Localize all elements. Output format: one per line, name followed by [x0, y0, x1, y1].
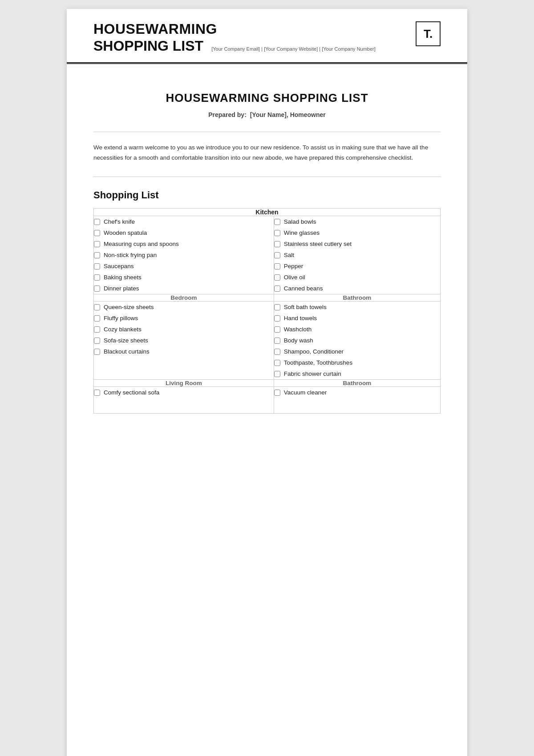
header-subtitle-line: SHOPPING LIST [Your Company Email] | [Yo… — [93, 38, 376, 54]
header: HOUSEWARMING SHOPPING LIST [Your Company… — [67, 9, 467, 64]
item-label: Wine glasses — [284, 229, 320, 236]
bathroom2-header-label: Bathroom — [343, 380, 372, 386]
item-label: Stainless steel cutlery set — [284, 241, 352, 247]
list-item: Dinner plates — [94, 283, 274, 294]
item-label: Hand towels — [284, 315, 317, 322]
checkbox-icon[interactable] — [274, 304, 280, 310]
item-label: Vacuum cleaner — [284, 389, 327, 396]
item-label: Washcloth — [284, 326, 312, 333]
item-label: Comfy sectional sofa — [104, 389, 159, 396]
list-item: Non-stick frying pan — [94, 249, 274, 261]
list-item: Wooden spatula — [94, 227, 274, 238]
checkbox-icon[interactable] — [94, 263, 100, 269]
list-item: Body wash — [274, 335, 440, 346]
list-item: Vacuum cleaner — [274, 387, 440, 398]
list-item: Stainless steel cutlery set — [274, 238, 440, 249]
item-label: Baking sheets — [104, 274, 142, 281]
checkbox-icon[interactable] — [94, 252, 100, 258]
item-label: Shampoo, Conditioner — [284, 348, 344, 355]
bedroom-header-cell: Bedroom — [94, 294, 274, 302]
list-item: Baking sheets — [94, 272, 274, 283]
bathroom-header-cell: Bathroom — [274, 294, 440, 302]
header-title-line2: SHOPPING LIST — [93, 38, 203, 54]
bathroom-items: Soft bath towels Hand towels Washcloth B… — [274, 302, 440, 380]
bedroom-header-label: Bedroom — [170, 294, 197, 301]
bedroom-items: Queen-size sheets Fluffy pillows Cozy bl… — [94, 302, 274, 380]
item-label: Salt — [284, 252, 294, 258]
list-item: Fabric shower curtain — [274, 368, 440, 379]
list-item: Soft bath towels — [274, 302, 440, 313]
checkbox-icon[interactable] — [94, 315, 100, 322]
kitchen-left-items: Chef's knife Wooden spatula Measuring cu… — [94, 216, 274, 294]
checkbox-icon[interactable] — [274, 390, 280, 396]
checkbox-icon[interactable] — [274, 274, 280, 281]
list-item: Chef's knife — [94, 216, 274, 227]
checkbox-icon[interactable] — [94, 390, 100, 396]
checkbox-icon[interactable] — [94, 286, 100, 292]
list-item: Hand towels — [274, 313, 440, 324]
kitchen-header-cell: Kitchen — [94, 209, 441, 216]
checkbox-icon[interactable] — [274, 230, 280, 236]
checkbox-icon[interactable] — [274, 219, 280, 225]
checkbox-icon[interactable] — [274, 263, 280, 269]
list-item: Salad bowls — [274, 216, 440, 227]
list-item: Canned beans — [274, 283, 440, 294]
checkbox-icon[interactable] — [94, 349, 100, 355]
checkbox-icon[interactable] — [94, 230, 100, 236]
livingroom-bathroom-items-row: Comfy sectional sofa Vacuum cleaner — [94, 387, 441, 414]
item-label: Saucepans — [104, 263, 134, 269]
list-item: Measuring cups and spoons — [94, 238, 274, 249]
kitchen-items-row: Chef's knife Wooden spatula Measuring cu… — [94, 216, 441, 294]
bathroom2-header-cell: Bathroom — [274, 380, 440, 387]
item-label: Non-stick frying pan — [104, 252, 157, 258]
kitchen-right-items: Salad bowls Wine glasses Stainless steel… — [274, 216, 440, 294]
livingroom-items: Comfy sectional sofa — [94, 387, 274, 414]
item-label: Salad bowls — [284, 218, 316, 225]
page: HOUSEWARMING SHOPPING LIST [Your Company… — [67, 9, 467, 756]
intro-text: We extend a warm welcome to you as we in… — [93, 143, 441, 163]
main-content: HOUSEWARMING SHOPPING LIST Prepared by: … — [67, 64, 467, 431]
list-item: Sofa-size sheets — [94, 335, 274, 346]
checkbox-icon[interactable] — [274, 286, 280, 292]
checkbox-icon[interactable] — [94, 274, 100, 281]
livingroom-bathroom-header-row: Living Room Bathroom — [94, 380, 441, 387]
list-item: Olive oil — [274, 272, 440, 283]
checkbox-icon[interactable] — [274, 349, 280, 355]
list-item: Shampoo, Conditioner — [274, 346, 440, 357]
checkbox-icon[interactable] — [94, 304, 100, 310]
checkbox-icon[interactable] — [94, 338, 100, 344]
logo-box: T. — [416, 21, 441, 46]
checkbox-icon[interactable] — [274, 252, 280, 258]
prepared-label: Prepared by: — [208, 111, 247, 118]
list-item: Fluffy pillows — [94, 313, 274, 324]
header-contact-info: [Your Company Email] | [Your Company Web… — [211, 46, 376, 52]
bedroom-bathroom-header-row: Bedroom Bathroom — [94, 294, 441, 302]
bedroom-bathroom-items-row: Queen-size sheets Fluffy pillows Cozy bl… — [94, 302, 441, 380]
item-label: Canned beans — [284, 285, 323, 292]
item-label: Olive oil — [284, 274, 305, 281]
item-label: Soft bath towels — [284, 304, 327, 310]
checkbox-icon[interactable] — [274, 326, 280, 333]
checkbox-icon[interactable] — [274, 360, 280, 366]
item-label: Chef's knife — [104, 218, 135, 225]
list-item: Comfy sectional sofa — [94, 387, 274, 398]
prepared-name: [Your Name], Homeowner — [250, 111, 326, 118]
item-label: Wooden spatula — [104, 229, 147, 236]
list-item: Wine glasses — [274, 227, 440, 238]
list-item: Saucepans — [94, 261, 274, 272]
item-label: Pepper — [284, 263, 303, 269]
bathroom-header-label: Bathroom — [343, 294, 372, 301]
checkbox-icon[interactable] — [94, 241, 100, 247]
doc-title: HOUSEWARMING SHOPPING LIST — [93, 91, 441, 105]
checkbox-icon[interactable] — [274, 371, 280, 377]
checkbox-icon[interactable] — [94, 326, 100, 333]
list-item: Cozy blankets — [94, 324, 274, 335]
checkbox-icon[interactable] — [274, 315, 280, 322]
item-label: Cozy blankets — [104, 326, 142, 333]
checkbox-icon[interactable] — [274, 241, 280, 247]
bathroom2-items: Vacuum cleaner — [274, 387, 440, 414]
checkbox-icon[interactable] — [94, 219, 100, 225]
item-label: Body wash — [284, 337, 313, 344]
checkbox-icon[interactable] — [274, 338, 280, 344]
livingroom-header-cell: Living Room — [94, 380, 274, 387]
